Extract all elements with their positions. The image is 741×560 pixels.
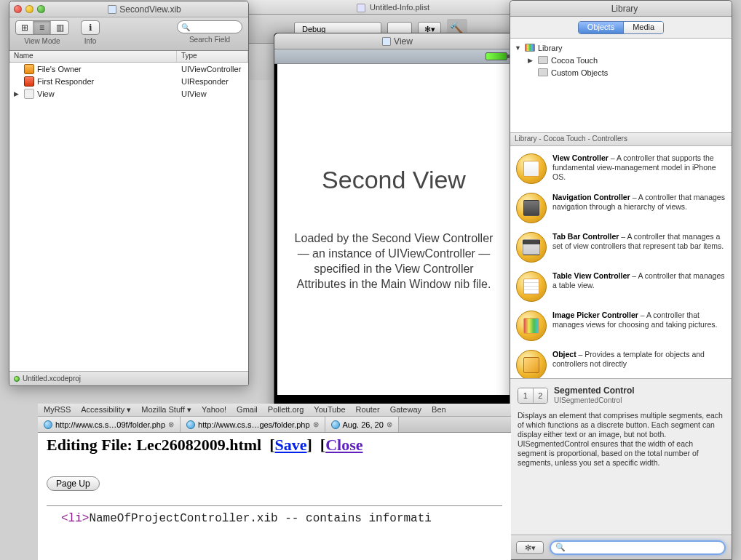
tree-label: Custom Objects [551,68,608,77]
close-icon[interactable] [14,5,22,13]
footer-search-input[interactable]: 🔍 [550,540,726,555]
row-type: UIResponder [177,77,248,86]
xib-list-header: Name Type [9,51,248,63]
table-row[interactable]: File's OwnerUIViewController [9,63,248,75]
xib-window: SecondView.xib ⊞ ≡ ▥ View Mode ℹ Info 🔍 … [9,1,249,386]
library-item[interactable]: Table View Controller – A controller tha… [510,267,732,306]
controller-icon [516,350,547,379]
xib-rows[interactable]: File's OwnerUIViewControllerFirst Respon… [9,63,248,371]
detail-title: Segmented Control [554,386,635,396]
folder-icon [538,56,548,64]
tree-item[interactable]: ▶Cocoa Touch [510,54,732,66]
view-titlebar[interactable]: View [274,33,513,49]
row-name: First Responder [37,77,94,86]
bookmark-item[interactable]: Ben [432,405,446,415]
search-icon: 🔍 [555,543,566,552]
segmented-control-icon: 1 2 [518,388,548,404]
library-footer: ✻▾ 🔍 [510,535,732,559]
tree-label: Cocoa Touch [551,56,598,65]
view-mode-icons[interactable]: ⊞ [16,21,33,34]
controller-icon [516,193,547,223]
row-type: UIView [177,89,248,98]
battery-icon [486,52,507,60]
bookmark-item[interactable]: Pollett.org [268,405,304,415]
window-file-icon [382,37,391,46]
tree-item[interactable]: Custom Objects [510,66,732,79]
controller-icon [516,271,547,302]
disclosure-icon[interactable]: ▶ [14,90,21,97]
save-link[interactable]: Save [274,436,306,454]
disclosure-icon[interactable]: ▼ [515,44,522,52]
browser-fragment: MyRSSAccessibility ▾Mozilla Stuff ▾Yahoo… [38,404,511,560]
simulator-statusbar [274,49,513,64]
plist-file-icon [357,4,365,12]
page-up-button[interactable]: Page Up [47,476,100,491]
xib-titlebar[interactable]: SecondView.xib [9,1,248,17]
minimize-icon[interactable] [25,5,33,13]
search-input[interactable]: 🔍 [177,20,242,33]
tree-item[interactable]: ▼Library [510,41,732,54]
library-item[interactable]: Image Picker Controller – A controller t… [510,306,732,345]
library-item-text: Navigation Controller – A controller tha… [552,193,726,212]
close-link[interactable]: Close [325,436,362,454]
view-mode-segmented[interactable]: ⊞ ≡ ▥ [15,20,69,35]
bookmark-item[interactable]: Gmail [237,405,258,415]
bookmark-item[interactable]: Mozilla Stuff ▾ [141,405,191,415]
tab-close-icon[interactable]: ⊗ [313,420,319,428]
xib-title: SecondView.xib [45,4,244,15]
browser-tab[interactable]: http://www.cs.s…ges/folder.php⊗ [181,417,325,432]
info-icon[interactable]: ℹ [82,21,99,34]
plist-title: Untitled-Info.plist [370,3,429,12]
col-name[interactable]: Name [9,51,177,62]
detail-header: 1 2 Segmented Control UISegmentedControl [518,386,724,405]
status-dot-icon [14,376,20,382]
tabs-bar[interactable]: http://www.cs.s…09f/folder.php⊗http://ww… [38,417,511,433]
tab-objects[interactable]: Objects [579,22,624,33]
globe-icon [44,420,52,429]
view-mode-columns[interactable]: ▥ [51,21,68,34]
xcode-titlebar: Untitled-Info.plist [247,0,539,15]
page-content: Editing File: Lec26082009.html [Save] [C… [38,433,511,528]
library-titlebar[interactable]: Library [510,1,732,17]
xib-traffic-lights[interactable] [14,5,45,13]
library-item[interactable]: Tab Bar Controller – A controller that m… [510,228,732,267]
col-type[interactable]: Type [177,51,248,62]
bookmarks-bar[interactable]: MyRSSAccessibility ▾Mozilla Stuff ▾Yahoo… [38,404,511,417]
footer-gear-menu[interactable]: ✻▾ [516,541,544,554]
bookmark-item[interactable]: YouTube [314,405,345,415]
bookmark-item[interactable]: Router [356,405,380,415]
table-row[interactable]: First ResponderUIResponder [9,75,248,87]
library-item-text: View Controller – A controller that supp… [552,153,726,182]
bookmark-item[interactable]: Accessibility ▾ [81,405,131,415]
tab-close-icon[interactable]: ⊗ [168,420,174,428]
bookmark-item[interactable]: MyRSS [44,405,71,415]
library-tree[interactable]: ▼Library▶Cocoa TouchCustom Objects [510,39,732,133]
disclosure-icon[interactable]: ▶ [528,57,535,64]
view-mode-list[interactable]: ≡ [33,21,51,34]
library-item[interactable]: Object – Provides a template for objects… [510,345,732,379]
object-icon [24,76,34,87]
zoom-icon[interactable] [37,5,45,13]
tab-label: http://www.cs.s…09f/folder.php [55,420,165,429]
browser-tab[interactable]: Aug. 26, 20⊗ [325,417,399,432]
search-field-group: 🔍 Search Field [177,20,242,44]
tab-close-icon[interactable]: ⊗ [387,420,392,428]
xib-statusbar: Untitled.xcodeproj [9,371,248,385]
simulated-heading: Second View [322,166,466,194]
library-items-list[interactable]: View Controller – A controller that supp… [510,146,732,379]
library-item[interactable]: Navigation Controller – A controller tha… [510,188,732,228]
table-row[interactable]: ▶ViewUIView [9,87,248,100]
info-button[interactable]: ℹ [81,20,100,35]
bookmark-item[interactable]: Gateway [390,405,421,415]
library-item[interactable]: View Controller – A controller that supp… [510,149,732,188]
tab-media[interactable]: Media [624,22,663,33]
bookmark-item[interactable]: Yahoo! [202,405,226,415]
controller-icon [516,153,547,184]
detail-pane: 1 2 Segmented Control UISegmentedControl… [510,379,732,535]
detail-text: Displays an element that comprises multi… [518,411,724,468]
row-type: UIViewController [177,65,248,73]
detail-subtitle: UISegmentedControl [554,396,635,405]
browser-tab[interactable]: http://www.cs.s…09f/folder.php⊗ [38,417,181,432]
globe-icon [186,420,195,429]
library-tab-segmented[interactable]: Objects Media [578,21,664,34]
